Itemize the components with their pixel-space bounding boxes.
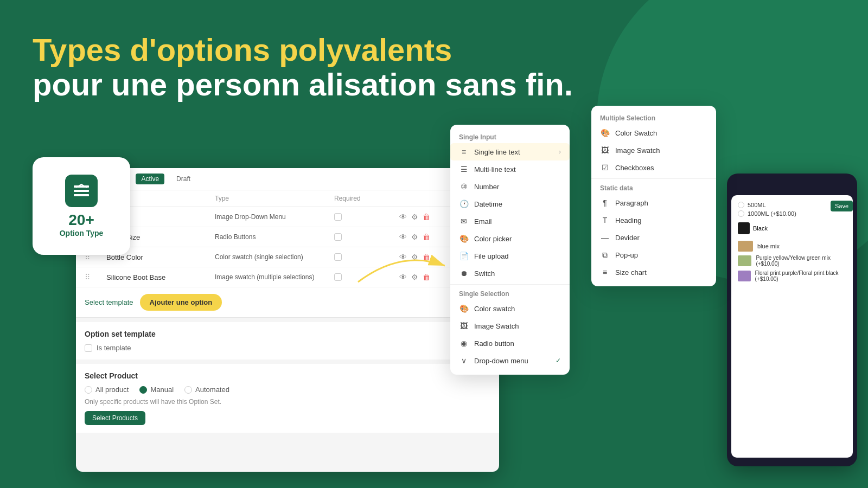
settings-icon[interactable]: ⚙: [411, 233, 418, 241]
switch-item[interactable]: ⏺ Switch: [450, 265, 570, 282]
checkboxes-item[interactable]: ☑ Checkboxes: [591, 159, 716, 176]
svg-rect-1: [74, 190, 89, 192]
multi-line-icon: ☰: [459, 164, 469, 174]
devider-icon: —: [600, 233, 610, 242]
item-thumb-blue: [738, 241, 753, 252]
view-icon[interactable]: 👁: [399, 233, 407, 241]
paragraph-item[interactable]: ¶ Paragraph: [591, 194, 716, 211]
table-row: ⠿ Holder Image Drop-Down Menu 👁 ⚙ 🗑: [76, 207, 499, 227]
option-500ml-label: 500ML: [748, 202, 766, 208]
multi-line-label: Multi-line text: [474, 165, 516, 174]
item-blue-label: blue mix: [757, 243, 780, 249]
row3-required-checkbox[interactable]: [334, 253, 342, 261]
multi-section-title: Multiple Selection: [591, 111, 716, 124]
black-swatch[interactable]: [738, 222, 750, 234]
table-row: ⠿ Bottle Color Color swatch (single sele…: [76, 247, 499, 267]
option-set-template-section: Option set template Is template: [76, 322, 499, 359]
add-option-button[interactable]: Ajouter une option: [140, 294, 222, 311]
radio-circle-1000ml[interactable]: [738, 210, 744, 217]
radio-button-item[interactable]: ◉ Radio button: [450, 335, 570, 352]
color-swatch-item[interactable]: 🎨 Color swatch: [450, 300, 570, 317]
table-row: ⠿ Bottle Size Radio Buttons 👁 ⚙ 🗑: [76, 227, 499, 247]
preview-product-items: blue mix Purple yellow/Yellow green mix …: [738, 241, 846, 282]
delete-icon[interactable]: 🗑: [423, 213, 430, 221]
automated-radio[interactable]: [184, 386, 192, 394]
heading-item[interactable]: T Heading: [591, 211, 716, 229]
multi-image-swatch-item[interactable]: 🖼 Image Swatch: [591, 142, 716, 159]
multi-color-swatch-item[interactable]: 🎨 Color Swatch: [591, 124, 716, 142]
save-button[interactable]: Save: [831, 201, 853, 211]
single-line-text-item[interactable]: ≡ Single line text ›: [450, 143, 570, 160]
file-upload-item[interactable]: 📄 File upload: [450, 247, 570, 265]
settings-icon[interactable]: ⚙: [411, 273, 418, 281]
black-swatch-label: Black: [753, 225, 768, 232]
select-template-link[interactable]: Select template: [85, 298, 133, 306]
single-line-icon: ≡: [459, 147, 469, 157]
header-line2: pour une personn alisation sans fin.: [33, 67, 573, 102]
datetime-label: Datetime: [474, 200, 502, 208]
size-chart-label: Size chart: [615, 268, 647, 277]
email-label: Email: [474, 217, 492, 226]
preview-black-swatch: Black: [738, 222, 846, 234]
all-product-option[interactable]: All product: [85, 386, 129, 394]
table-header: Name Type Required: [76, 190, 499, 207]
is-template-checkbox[interactable]: [85, 344, 92, 352]
manual-option[interactable]: Manual: [139, 386, 174, 394]
settings-icon[interactable]: ⚙: [411, 253, 418, 261]
col-required: Required: [334, 195, 399, 202]
manual-radio[interactable]: [139, 386, 147, 394]
email-item[interactable]: ✉ Email: [450, 213, 570, 230]
all-product-radio[interactable]: [85, 386, 92, 394]
view-icon[interactable]: 👁: [399, 213, 407, 221]
admin-panel: ater Bottle Set Active Draft Name Type R…: [76, 168, 499, 472]
color-picker-item[interactable]: 🎨 Color picker: [450, 230, 570, 247]
delete-icon[interactable]: 🗑: [423, 253, 430, 261]
image-swatch-item[interactable]: 🖼 Image Swatch: [450, 317, 570, 335]
color-picker-icon: 🎨: [459, 234, 469, 243]
dropdown-single-input: Single Input ≡ Single line text › ☰ Mult…: [450, 125, 570, 375]
delete-icon[interactable]: 🗑: [423, 273, 430, 281]
radio-circle-500ml[interactable]: [738, 202, 744, 208]
multi-line-text-item[interactable]: ☰ Multi-line text: [450, 160, 570, 178]
settings-icon[interactable]: ⚙: [411, 213, 418, 221]
tab-draft[interactable]: Draft: [171, 174, 196, 184]
app-icon-label: Option Type: [60, 229, 104, 237]
image-swatch-label: Image Swatch: [474, 322, 519, 330]
view-icon[interactable]: 👁: [399, 253, 407, 261]
view-icon[interactable]: 👁: [399, 273, 407, 281]
check-icon: ✓: [556, 357, 561, 364]
automated-label: Automated: [195, 386, 229, 394]
multi-color-swatch-icon: 🎨: [600, 128, 610, 138]
color-swatch-label: Color swatch: [474, 305, 515, 313]
row3-actions: 👁 ⚙ 🗑: [399, 253, 443, 261]
item-thumb-floral: [738, 271, 751, 281]
dropdown-menu-label: Drop-down menu: [474, 357, 528, 365]
svg-rect-2: [74, 194, 89, 196]
row2-required-checkbox[interactable]: [334, 233, 342, 241]
right-panel-content: 500ML 1000ML (+$10.00) Black blue mix Pu…: [731, 195, 853, 458]
col-actions: [399, 195, 443, 202]
header-line1: Types d'options polyvalents: [33, 33, 573, 67]
devider-item[interactable]: — Devider: [591, 229, 716, 246]
file-upload-icon: 📄: [459, 251, 469, 261]
table-row: ⠿ Silicone Boot Base Image swatch (multi…: [76, 267, 499, 287]
row1-required-checkbox[interactable]: [334, 213, 342, 221]
number-item[interactable]: ⑩ Number: [450, 178, 570, 195]
size-chart-item[interactable]: ≡ Size chart: [591, 264, 716, 281]
select-products-button[interactable]: Select Products: [85, 411, 145, 425]
row2-type: Radio Buttons: [215, 233, 334, 241]
row4-required-checkbox[interactable]: [334, 273, 342, 281]
delete-icon[interactable]: 🗑: [423, 233, 430, 241]
switch-label: Switch: [474, 269, 495, 278]
datetime-item[interactable]: 🕐 Datetime: [450, 195, 570, 213]
popup-item[interactable]: ⧉ Pop-up: [591, 246, 716, 264]
manual-label: Manual: [150, 386, 174, 394]
paragraph-label: Paragraph: [615, 199, 648, 207]
popup-icon: ⧉: [600, 250, 610, 260]
drag-handle-icon[interactable]: ⠿: [85, 273, 106, 281]
tab-active[interactable]: Active: [136, 174, 164, 184]
option-1000ml-label: 1000ML (+$10.00): [748, 210, 796, 217]
automated-option[interactable]: Automated: [184, 386, 229, 394]
item-purple-yellow-label: Purple yellow/Yellow green mix (+$10.00): [756, 255, 846, 267]
dropdown-menu-item[interactable]: ∨ Drop-down menu ✓: [450, 352, 570, 369]
